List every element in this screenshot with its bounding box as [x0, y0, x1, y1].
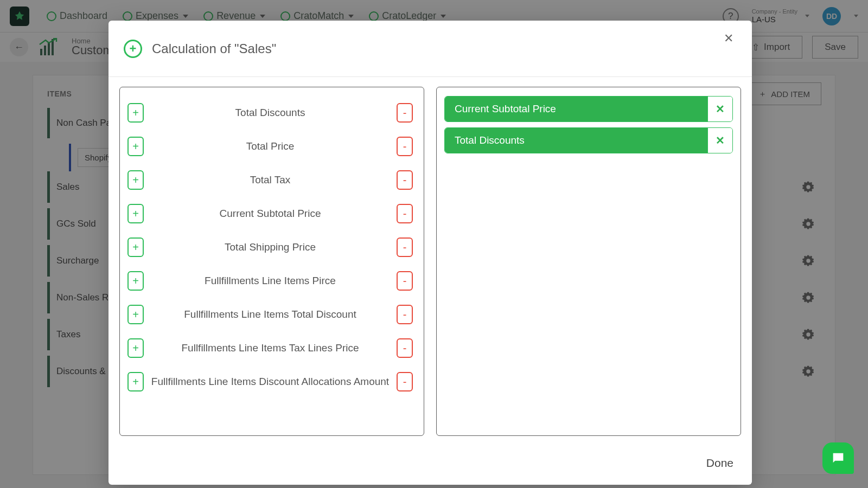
selected-list: Current Subtotal Price✕Total Discounts✕: [444, 96, 733, 153]
remove-selected-button[interactable]: ✕: [707, 128, 732, 153]
plus-circle-icon: +: [124, 40, 142, 58]
close-button[interactable]: ✕: [720, 28, 737, 49]
available-row: +Total Shipping Price-: [127, 230, 413, 264]
available-label: Total Tax: [150, 174, 390, 186]
modal-body: +Total Discounts-+Total Price-+Total Tax…: [108, 77, 752, 441]
selected-label: Total Discounts: [445, 128, 707, 153]
available-label: Fullfillments Line Items Pirce: [150, 275, 390, 287]
available-row: +Current Subtotal Price-: [127, 197, 413, 230]
available-label: Total Price: [150, 140, 390, 152]
subtract-field-button[interactable]: -: [397, 237, 413, 257]
subtract-field-button[interactable]: -: [397, 372, 413, 391]
available-row: +Total Price-: [127, 130, 413, 163]
modal-title: Calculation of "Sales": [152, 41, 276, 56]
subtract-field-button[interactable]: -: [397, 103, 413, 123]
available-row: +Fullfillments Line Items Tax Lines Pric…: [127, 331, 413, 365]
add-field-button[interactable]: +: [127, 305, 144, 324]
subtract-field-button[interactable]: -: [397, 338, 413, 358]
add-field-button[interactable]: +: [127, 372, 144, 391]
modal-footer: Done: [108, 441, 752, 485]
add-field-button[interactable]: +: [127, 103, 144, 123]
selected-column: Current Subtotal Price✕Total Discounts✕: [436, 87, 741, 436]
subtract-field-button[interactable]: -: [397, 305, 413, 324]
calculation-modal: + Calculation of "Sales" ✕ +Total Discou…: [108, 21, 752, 485]
available-row: +Fullfillments Line Items Pirce-: [127, 264, 413, 298]
available-row: +Total Discounts-: [127, 96, 413, 130]
selected-row: Total Discounts✕: [444, 127, 733, 153]
chat-fab[interactable]: [822, 442, 854, 474]
subtract-field-button[interactable]: -: [397, 170, 413, 190]
subtract-field-button[interactable]: -: [397, 137, 413, 156]
available-label: Total Shipping Price: [150, 241, 390, 253]
add-field-button[interactable]: +: [127, 271, 144, 291]
available-column: +Total Discounts-+Total Price-+Total Tax…: [119, 87, 424, 436]
add-field-button[interactable]: +: [127, 170, 144, 190]
add-field-button[interactable]: +: [127, 137, 144, 156]
add-field-button[interactable]: +: [127, 237, 144, 257]
available-list[interactable]: +Total Discounts-+Total Price-+Total Tax…: [127, 96, 416, 427]
available-label: Total Discounts: [150, 107, 390, 119]
available-row: +Total Tax-: [127, 163, 413, 197]
available-label: Fullfillments Line Items Discount Alloca…: [150, 376, 390, 388]
subtract-field-button[interactable]: -: [397, 204, 413, 223]
selected-label: Current Subtotal Price: [445, 97, 707, 121]
available-label: Current Subtotal Price: [150, 208, 390, 220]
available-row: +Fullfillments Line Items Total Discount…: [127, 298, 413, 331]
modal-header: + Calculation of "Sales" ✕: [108, 21, 752, 77]
done-button[interactable]: Done: [706, 457, 733, 470]
available-label: Fullfillments Line Items Tax Lines Price: [150, 342, 390, 354]
remove-selected-button[interactable]: ✕: [707, 97, 732, 121]
available-label: Fullfillments Line Items Total Discount: [150, 309, 390, 320]
add-field-button[interactable]: +: [127, 204, 144, 223]
add-field-button[interactable]: +: [127, 338, 144, 358]
svg-rect-1: [835, 458, 839, 459]
selected-row: Current Subtotal Price✕: [444, 96, 733, 122]
available-row: +Fullfillments Line Items Discount Alloc…: [127, 365, 413, 399]
subtract-field-button[interactable]: -: [397, 271, 413, 291]
svg-rect-0: [835, 455, 841, 457]
